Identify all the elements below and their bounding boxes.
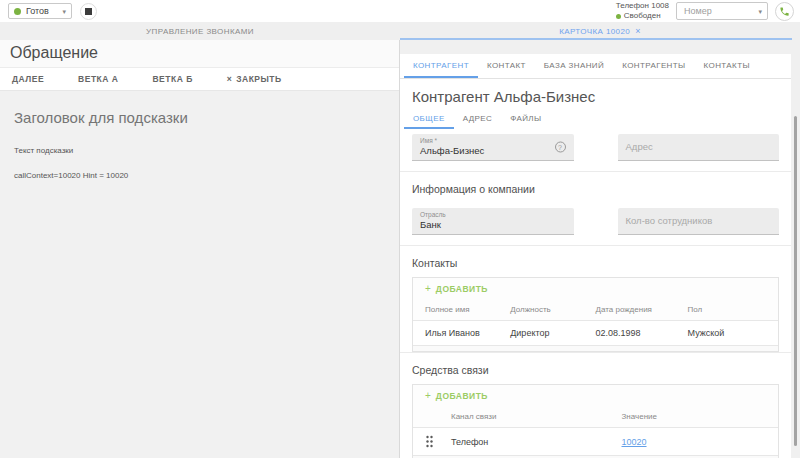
col-gender: Пол <box>688 305 766 314</box>
add-contact-button[interactable]: + ДОБАВИТЬ <box>413 278 778 299</box>
subtab-general[interactable]: ОБЩЕЕ <box>404 109 454 129</box>
page-title: Обращение <box>0 40 399 68</box>
employees-field-placeholder: Кол-во сотрудников <box>626 215 713 226</box>
card-title: Контрагент Альфа-Бизнес <box>400 79 791 109</box>
name-field-value: Альфа-Бизнес <box>420 145 566 156</box>
close-icon: × <box>227 74 232 84</box>
company-fields: Отрасль Банк Кол-во сотрудников <box>400 203 791 245</box>
employees-field[interactable]: Кол-во сотрудников <box>618 208 780 235</box>
channel-value-link[interactable]: 10020 <box>622 437 767 447</box>
industry-field[interactable]: Отрасль Банк <box>412 208 574 235</box>
branch-a-button[interactable]: ВЕТКА А <box>78 74 118 84</box>
card-tabs: КОНТРАГЕНТ КОНТАКТ БАЗА ЗНАНИЙ КОНТРАГЕН… <box>400 54 791 79</box>
col-drag-spacer <box>425 412 451 421</box>
tab-call-management-label: УПРАВЛЕНИЕ ЗВОНКАМИ <box>146 27 254 36</box>
hint-panel: Заголовок для подсказки Текст подсказки … <box>0 91 399 458</box>
tab-call-management[interactable]: УПРАВЛЕНИЕ ЗВОНКАМИ <box>0 22 400 40</box>
industry-field-value: Банк <box>420 219 566 230</box>
chevron-down-icon: ▾ <box>62 8 66 15</box>
contact-full-name: Илья Иванов <box>425 328 510 338</box>
tab-contact[interactable]: КОНТАКТ <box>478 54 535 78</box>
phone-icon <box>779 6 790 17</box>
script-buttons-row: ДАЛЕЕ ВЕТКА А ВЕТКА Б × ЗАКРЫТЬ <box>0 68 399 91</box>
close-script-button[interactable]: × ЗАКРЫТЬ <box>227 74 282 84</box>
hint-text: Текст подсказки <box>14 146 385 155</box>
address-field-placeholder: Адрес <box>626 141 653 152</box>
vertical-scrollbar[interactable] <box>794 116 797 446</box>
name-address-fields: Имя * Альфа-Бизнес ? Адрес <box>400 129 791 171</box>
tab-counterparty[interactable]: КОНТРАГЕНТ <box>404 54 478 78</box>
stop-button[interactable] <box>80 3 97 20</box>
chevron-down-icon: ▾ <box>758 8 762 15</box>
add-contact-label: ДОБАВИТЬ <box>436 284 488 294</box>
col-value: Значение <box>622 412 767 421</box>
top-bar: Готов ▾ Телефон 1008 Свободен ▾ <box>0 0 800 22</box>
call-button[interactable] <box>775 2 794 21</box>
agent-status-select[interactable]: Готов ▾ <box>8 3 72 19</box>
plus-icon: + <box>425 284 431 294</box>
contact-position: Директор <box>510 328 595 338</box>
name-field-label: Имя * <box>420 137 566 144</box>
counterparty-card: КОНТРАГЕНТ КОНТАКТ БАЗА ЗНАНИЙ КОНТРАГЕН… <box>400 54 791 458</box>
status-ready-dot-icon <box>14 8 21 15</box>
line-free-dot-icon <box>616 14 621 19</box>
branch-b-button-label: ВЕТКА Б <box>152 74 192 84</box>
section-contacts: Контакты <box>400 245 791 277</box>
col-full-name: Полное имя <box>425 305 510 314</box>
drag-handle-icon[interactable] <box>425 435 434 448</box>
hint-call-context: callContext=10020 Hint = 10020 <box>14 171 385 180</box>
section-company-info: Информация о компании <box>400 171 791 203</box>
channels-table-header: Канал связи Значение <box>413 406 778 428</box>
tab-card-10020-label: КАРТОЧКА 10020 <box>559 27 630 36</box>
close-script-button-label: ЗАКРЫТЬ <box>236 74 281 84</box>
call-script-pane: Обращение ДАЛЕЕ ВЕТКА А ВЕТКА Б × ЗАКРЫТ… <box>0 40 400 458</box>
channel-name: Телефон <box>451 437 622 447</box>
info-icon[interactable]: ? <box>555 142 566 153</box>
col-birth-date: Дата рождения <box>596 305 688 314</box>
channel-table-row[interactable]: Телефон 10020 <box>413 428 778 456</box>
workspace-tabstrip: УПРАВЛЕНИЕ ЗВОНКАМИ КАРТОЧКА 10020 × <box>0 22 800 40</box>
contacts-table: + ДОБАВИТЬ Полное имя Должность Дата рож… <box>412 277 779 352</box>
line-status-label: Свободен <box>624 11 661 21</box>
industry-field-label: Отрасль <box>420 211 566 218</box>
tab-contacts[interactable]: КОНТАКТЫ <box>695 54 759 78</box>
subtab-address[interactable]: АДРЕС <box>454 109 501 129</box>
card-pane: КОНТРАГЕНТ КОНТАКТ БАЗА ЗНАНИЙ КОНТРАГЕН… <box>400 40 800 458</box>
add-channel-button[interactable]: + ДОБАВИТЬ <box>413 385 778 406</box>
main-split: Обращение ДАЛЕЕ ВЕТКА А ВЕТКА Б × ЗАКРЫТ… <box>0 40 800 458</box>
section-channels: Средства связи <box>400 352 791 384</box>
tab-counterparties[interactable]: КОНТРАГЕНТЫ <box>613 54 694 78</box>
tab-knowledge-base[interactable]: БАЗА ЗНАНИЙ <box>535 54 613 78</box>
subtab-files[interactable]: ФАЙЛЫ <box>501 109 550 129</box>
stop-icon <box>85 8 92 15</box>
close-icon[interactable]: × <box>635 27 641 36</box>
topbar-phone-area: Телефон 1008 Свободен ▾ <box>616 1 794 21</box>
card-subtabs: ОБЩЕЕ АДРЕС ФАЙЛЫ <box>400 109 791 129</box>
add-channel-label: ДОБАВИТЬ <box>436 391 488 401</box>
col-position: Должность <box>510 305 595 314</box>
next-button-label: ДАЛЕЕ <box>12 74 44 84</box>
name-field[interactable]: Имя * Альфа-Бизнес ? <box>412 134 574 161</box>
next-button[interactable]: ДАЛЕЕ <box>12 74 44 84</box>
contacts-table-header: Полное имя Должность Дата рождения Пол <box>413 299 778 321</box>
address-field[interactable]: Адрес <box>618 134 780 161</box>
branch-a-button-label: ВЕТКА А <box>78 74 118 84</box>
plus-icon: + <box>425 391 431 401</box>
col-channel: Канал связи <box>451 412 622 421</box>
hint-title: Заголовок для подсказки <box>14 109 385 126</box>
agent-status-label: Готов <box>26 6 57 16</box>
dial-number-combo[interactable]: ▾ <box>676 2 768 20</box>
contact-gender: Мужской <box>688 328 766 338</box>
contact-table-row[interactable]: Илья Иванов Директор 02.08.1998 Мужской <box>413 321 778 346</box>
dial-number-input[interactable] <box>682 5 758 17</box>
phone-extension-label: Телефон 1008 <box>616 1 669 11</box>
branch-b-button[interactable]: ВЕТКА Б <box>152 74 192 84</box>
phone-status: Телефон 1008 Свободен <box>616 1 669 21</box>
channels-table: + ДОБАВИТЬ Канал связи Значение <box>412 384 779 458</box>
contact-birth-date: 02.08.1998 <box>596 328 688 338</box>
